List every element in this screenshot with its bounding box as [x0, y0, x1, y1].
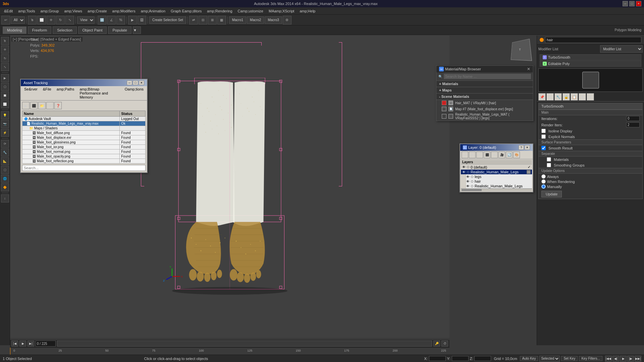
ld-tb-add[interactable]: +	[476, 152, 483, 158]
tool-10[interactable]: 📐	[1, 157, 9, 165]
set-key-btn[interactable]: Set Key	[561, 356, 578, 361]
when-rendering-radio[interactable]	[541, 179, 546, 184]
smoothing-groups-checkbox[interactable]	[547, 163, 551, 167]
tool-8[interactable]: ⟳	[1, 140, 9, 148]
ld-tb-settings[interactable]: ☰	[462, 152, 468, 158]
object-name-input[interactable]	[545, 37, 641, 43]
materials-checkbox[interactable]	[547, 157, 551, 162]
ld-tb-color[interactable]: 🎨	[513, 152, 520, 158]
menu-item-modifiers[interactable]: amp;Modifiers	[110, 8, 138, 14]
tool-12[interactable]: 🌐	[1, 175, 9, 183]
rp-btn-3[interactable]: 🔧	[554, 93, 562, 101]
ld-tb-delete[interactable]: ✕	[469, 152, 476, 158]
first-frame-btn[interactable]: |◀◀	[605, 356, 612, 362]
tool-7[interactable]: ⚡	[1, 129, 9, 137]
tool-6[interactable]: 📷	[1, 120, 9, 128]
menu-item-help[interactable]: amp;Help	[297, 8, 318, 14]
at-close-btn[interactable]: ✕	[139, 80, 144, 85]
table-row[interactable]: 🔷 Autodesk Vault Logged Out	[22, 117, 146, 121]
table-row[interactable]: 🖼 Male_foot_diffuse.png Found	[22, 131, 146, 135]
tool-1[interactable]: ▶	[1, 74, 9, 82]
at-tb-btn-2[interactable]: ⬛	[30, 102, 38, 109]
iterations-input[interactable]	[626, 116, 640, 121]
menu-item-create[interactable]: amp;Create	[85, 8, 109, 14]
select-region-button[interactable]: ⬜	[37, 16, 46, 24]
autokey-btn[interactable]: Auto Key	[520, 356, 538, 361]
tab-populate[interactable]: Populate	[108, 26, 131, 34]
render-iters-input[interactable]	[626, 122, 640, 127]
menu-item-rendering[interactable]: amp;Rendering	[204, 8, 235, 14]
macro1-button[interactable]: Macro1	[229, 16, 246, 24]
timeline-inner[interactable]: 0 25 50 75 100 125 150 175 200 225	[10, 348, 449, 355]
tool-3[interactable]: 🔲	[1, 92, 9, 100]
ld-tb-freeze[interactable]: ❄	[491, 152, 498, 158]
rp-btn-1[interactable]: 📌	[538, 93, 546, 101]
menu-item-group[interactable]: amp;Group	[38, 8, 61, 14]
scale-button[interactable]: ⤡	[65, 16, 74, 24]
tool-rotate[interactable]: ↻	[1, 54, 9, 62]
play-all-btn[interactable]: ▶	[620, 356, 627, 362]
next-frame-btn[interactable]: ▶|	[28, 341, 34, 347]
select-filter-dropdown[interactable]: All	[11, 16, 25, 24]
percent-snap-button[interactable]: %	[116, 16, 125, 24]
view-dropdown[interactable]: View	[77, 16, 95, 24]
asset-tracking-window[interactable]: Asset Tracking ─ □ ✕ Se&rver &File amp;P…	[20, 79, 148, 173]
tool-11[interactable]: ⬡	[1, 166, 9, 174]
tab-object-paint[interactable]: Object Paint	[78, 26, 107, 34]
mb-section-materials[interactable]: + Materials	[436, 81, 533, 87]
ld-help-btn[interactable]: ?	[519, 145, 524, 150]
table-row[interactable]: 🖼 Male_foot_glossiness.png Found	[22, 140, 146, 145]
ld-scrollbar[interactable]	[461, 188, 532, 191]
table-row[interactable]: 📄 Realistic_Human_Male_Legs_max_vray.max…	[22, 121, 146, 126]
tab-extra[interactable]: ▼	[133, 26, 141, 34]
at-search-input[interactable]	[22, 165, 146, 171]
tool-13[interactable]: 🔶	[1, 183, 9, 191]
ld-tb-hide[interactable]: ⬛	[484, 152, 490, 158]
explicit-normals-checkbox[interactable]	[541, 134, 546, 139]
snaps-toggle-button[interactable]: 🔢	[98, 16, 106, 24]
modifier-item-turbosmooth[interactable]: T TurboSmooth	[540, 54, 641, 60]
at-menu-options[interactable]: Oamp;tions	[123, 87, 146, 100]
manually-radio[interactable]	[541, 184, 546, 189]
smooth-result-checkbox[interactable]	[541, 146, 546, 150]
ld-layer-hair[interactable]: 👁 ⬡ hair	[466, 179, 532, 184]
ld-tb-render[interactable]: 🎥	[498, 152, 505, 158]
always-radio[interactable]	[541, 174, 546, 179]
mb-material-hair[interactable]: V Hair_MAT ( VRayMtl ) [hair]	[436, 100, 533, 106]
menu-item-maxscript[interactable]: MAamp;XScript	[266, 8, 297, 14]
rotate-button[interactable]: ↻	[56, 16, 65, 24]
menu-item-views[interactable]: amp;Views	[61, 8, 85, 14]
table-row[interactable]: 📁 Maps / Shaders	[22, 126, 146, 131]
frame-input[interactable]	[36, 341, 56, 347]
minimize-button[interactable]: ─	[623, 1, 628, 6]
time-config-btn[interactable]: ⏱	[441, 341, 448, 347]
ld-tb-motion[interactable]: 🔄	[506, 152, 513, 158]
modifier-item-editable-poly[interactable]: E Editable Poly	[540, 61, 641, 67]
at-restore-btn[interactable]: □	[133, 80, 138, 85]
menu-item-edit[interactable]: &Edit	[1, 8, 15, 14]
create-selection-button[interactable]: Create Selection Set	[149, 16, 186, 24]
tool-move[interactable]: ✛	[1, 46, 9, 54]
selected-dropdown[interactable]: Selected	[539, 356, 560, 362]
angle-snap-button[interactable]: ∠	[107, 16, 116, 24]
undo-button[interactable]: ↩	[1, 16, 10, 24]
rp-btn-5[interactable]: 📋	[571, 93, 578, 101]
update-button[interactable]: Update	[541, 191, 562, 197]
last-frame-btn[interactable]: ▶▶|	[635, 356, 641, 362]
open-slate-button[interactable]: ▦	[217, 16, 226, 24]
layer-dialog-window[interactable]: L Layer: 0 (default) ? ✕ ☰ ✕ + ⬛ ❄ 🎥 🔄 🎨…	[460, 143, 533, 192]
mb-search-input[interactable]	[444, 74, 531, 79]
at-tb-btn-5[interactable]: ❓	[54, 102, 62, 109]
timeline[interactable]: 0 25 50 75 100 125 150 175 200 225	[10, 347, 449, 355]
close-button[interactable]: ✕	[636, 1, 641, 6]
tool-5[interactable]: 💡	[1, 111, 9, 119]
menu-item-tools[interactable]: amp;Tools	[15, 8, 38, 14]
at-tb-btn-3[interactable]: 📁	[38, 102, 46, 109]
table-row[interactable]: 🖼 Male_foot_opacity.png Found	[22, 154, 146, 159]
ld-scrollthumb[interactable]	[462, 189, 482, 191]
table-row[interactable]: 🖼 Male_foot_normal.png Found	[22, 149, 146, 154]
y-input[interactable]	[452, 356, 469, 361]
render-button[interactable]: ▶	[128, 16, 137, 24]
select-button[interactable]: 🖱	[28, 16, 37, 24]
mb-material-map7[interactable]: M 📄 Map #7 (Male_foot_displace.exr) [leg…	[436, 106, 533, 112]
